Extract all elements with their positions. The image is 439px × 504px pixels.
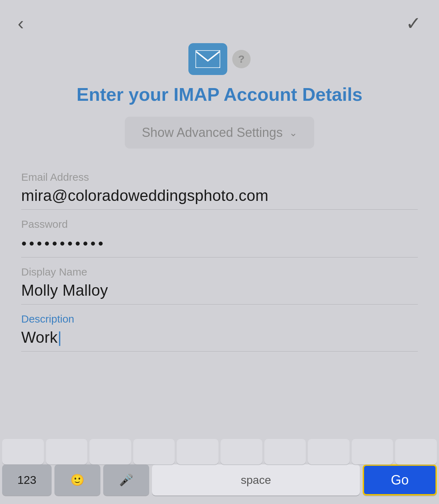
display-name-label: Display Name: [21, 266, 418, 278]
key-w-partial: [46, 439, 88, 464]
key-o-partial: [352, 439, 393, 464]
email-field-group: Email Address mira@coloradoweddingsphoto…: [21, 163, 418, 210]
keyboard-top-row: [0, 436, 439, 464]
page-title: Enter your IMAP Account Details: [76, 83, 362, 105]
key-r-partial: [133, 439, 175, 464]
form-section: Email Address mira@coloradoweddingsphoto…: [0, 163, 439, 352]
key-i-partial: [308, 439, 350, 464]
password-value[interactable]: ●●●●●●●●●●●: [21, 234, 418, 252]
help-icon[interactable]: ?: [232, 50, 251, 68]
password-label: Password: [21, 218, 418, 230]
key-u-partial: [264, 439, 306, 464]
mail-icon: [188, 43, 227, 75]
email-label: Email Address: [21, 171, 418, 183]
key-p-partial: [395, 439, 437, 464]
key-123[interactable]: 123: [2, 464, 52, 496]
key-space[interactable]: space: [152, 464, 360, 496]
keyboard-bottom-row: 123 🙂 🎤 space Go: [0, 464, 439, 504]
mic-icon: 🎤: [119, 473, 133, 487]
key-y-partial: [221, 439, 262, 464]
emoji-icon: 🙂: [70, 473, 84, 487]
keyboard: 123 🙂 🎤 space Go: [0, 436, 439, 504]
key-microphone[interactable]: 🎤: [103, 464, 149, 496]
advanced-settings-label: Show Advanced Settings: [142, 125, 282, 140]
svg-rect-0: [195, 50, 220, 68]
key-e-partial: [89, 439, 131, 464]
key-go[interactable]: Go: [363, 464, 437, 496]
icon-row: ?: [188, 43, 251, 75]
key-emoji[interactable]: 🙂: [54, 464, 100, 496]
description-label: Description: [21, 313, 418, 325]
description-field-group: Description Work: [21, 305, 418, 352]
password-field-group: Password ●●●●●●●●●●●: [21, 210, 418, 257]
confirm-button[interactable]: ✓: [406, 14, 421, 33]
email-value[interactable]: mira@coloradoweddingsphoto.com: [21, 187, 418, 204]
display-name-value[interactable]: Molly Malloy: [21, 282, 418, 299]
key-q-partial: [2, 439, 44, 464]
key-t-partial: [177, 439, 218, 464]
back-button[interactable]: ‹: [18, 14, 24, 33]
show-advanced-settings-button[interactable]: Show Advanced Settings ⌄: [125, 117, 314, 149]
description-value[interactable]: Work: [21, 329, 418, 346]
chevron-down-icon: ⌄: [289, 127, 297, 139]
display-name-field-group: Display Name Molly Malloy: [21, 257, 418, 305]
